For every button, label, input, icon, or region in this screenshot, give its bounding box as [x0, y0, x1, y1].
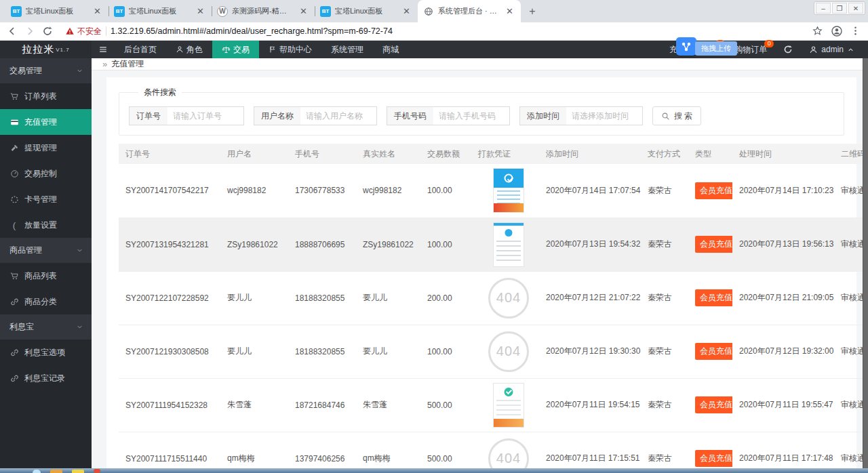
sidebar-item-label: 商品列表	[24, 270, 57, 282]
nav-item-label: 交易	[233, 44, 250, 56]
column-header: 处理时间	[732, 144, 834, 164]
sidebar-group-0[interactable]: 交易管理	[0, 58, 92, 83]
field-input-0[interactable]	[167, 107, 243, 125]
chevron-down-icon	[76, 67, 83, 75]
cell-username: qm梅梅	[220, 432, 288, 473]
sidebar-item-0-2[interactable]: 提现管理	[0, 135, 92, 161]
browser-tab-2[interactable]: W亲测源码网-精品资源站长亲测✕	[212, 0, 315, 22]
browser-tab-3[interactable]: BT宝塔Linux面板✕	[315, 0, 418, 22]
cell-amount: 500.00	[420, 432, 471, 473]
sidebar-item-label: 订单列表	[24, 91, 57, 102]
nav-item-4[interactable]: 系统管理	[321, 41, 373, 58]
field-label: 手机号码	[387, 107, 433, 125]
tab-close-icon[interactable]: ✕	[92, 6, 103, 16]
nav-item-label: 角色	[186, 44, 203, 56]
search-field-group-3: 添加时间	[519, 106, 643, 125]
search-button[interactable]: 搜 索	[652, 106, 701, 125]
field-label: 添加时间	[520, 107, 566, 125]
window-minimize-button[interactable]: –	[816, 3, 831, 14]
browser-tab-1[interactable]: BT宝塔Linux面板✕	[108, 0, 212, 22]
back-icon[interactable]	[7, 26, 18, 37]
profile-avatar-icon[interactable]	[831, 26, 842, 37]
gauge-icon	[9, 169, 19, 178]
cell-type: 会员充值	[688, 378, 732, 432]
window-close-button[interactable]: ✕	[848, 3, 863, 14]
member-recharge-badge: 会员充值	[695, 396, 732, 413]
flag-icon	[269, 45, 277, 54]
payment-proof-thumbnail[interactable]	[493, 168, 524, 213]
table-row-2: SY2007122107228592要儿儿18188320855要儿儿200.0…	[119, 271, 868, 325]
page-scrollbar[interactable]	[863, 58, 868, 469]
field-input-3[interactable]	[566, 107, 642, 125]
new-tab-button[interactable]: +	[524, 3, 541, 20]
table-row-0: SY2007141707542217wcj99818217306778533wc…	[119, 164, 868, 218]
cell-processed-time: 2020年07月11日 19:55:47	[732, 378, 834, 432]
nav-item-5[interactable]: 商城	[373, 41, 408, 58]
nav-item-0[interactable]: 后台首页	[115, 41, 166, 58]
browser-menu-icon[interactable]	[850, 26, 861, 37]
sidebar-item-0-4[interactable]: 卡号管理	[0, 186, 92, 212]
tab-close-icon[interactable]: ✕	[195, 6, 206, 16]
sidebar-item-2-0[interactable]: 利息宝选项	[0, 340, 92, 365]
sidebar-item-1-1[interactable]: 商品分类	[0, 289, 92, 314]
loader-icon	[9, 194, 19, 204]
sidebar-group-label: 利息宝	[9, 321, 34, 333]
admin-user-menu[interactable]: admin	[801, 41, 868, 58]
tab-close-icon[interactable]: ✕	[298, 6, 309, 16]
browser-tab-0[interactable]: BT宝塔Linux面板✕	[5, 0, 108, 22]
hamburger-icon	[98, 45, 108, 54]
field-input-1[interactable]	[300, 107, 376, 125]
payment-proof-thumbnail[interactable]	[493, 383, 524, 428]
sidebar-item-1-0[interactable]: 商品列表	[0, 263, 92, 289]
sidebar-item-2-1[interactable]: 利息宝记录	[0, 365, 92, 391]
baidu-pan-upload-widget[interactable]: 拖拽上传	[676, 37, 737, 56]
payment-proof-thumbnail[interactable]	[493, 222, 524, 267]
bt-panel-favicon: BT	[11, 6, 22, 17]
nav-item-2[interactable]: 交易	[212, 41, 259, 58]
field-label: 订单号	[130, 107, 167, 125]
cell-type: 会员充值	[688, 432, 732, 473]
main-content: » 充值管理 条件搜索 订单号用户名称手机号码添加时间 搜 索	[92, 58, 868, 473]
sidebar-item-0-0[interactable]: 订单列表	[0, 83, 92, 109]
column-header: 手机号	[288, 144, 356, 164]
field-input-2[interactable]	[433, 107, 509, 125]
sidebar-toggle-button[interactable]	[92, 41, 115, 58]
nav-item-3[interactable]: 帮助中心	[259, 41, 321, 58]
bookmark-star-icon[interactable]	[812, 26, 823, 37]
tab-close-icon[interactable]: ✕	[401, 6, 412, 16]
app-logo[interactable]: 拉拉米V1.7	[0, 41, 92, 58]
card-icon	[9, 117, 19, 127]
cell-pay-method: 秦荣古	[641, 325, 688, 378]
cell-amount: 100.00	[420, 325, 471, 378]
member-recharge-badge: 会员充值	[695, 236, 732, 253]
cell-order-id: SY2007131954321281	[119, 218, 220, 271]
column-header: 交易数额	[420, 144, 471, 164]
column-header: 打款凭证	[471, 144, 539, 164]
sidebar-item-0-5[interactable]: (放量设置	[0, 212, 92, 238]
forward-icon[interactable]	[24, 26, 35, 37]
windows-taskbar[interactable]	[0, 468, 868, 473]
notify-label: 购物订单	[734, 44, 767, 56]
sidebar-group-2[interactable]: 利息宝	[0, 314, 92, 340]
sidebar-group-1[interactable]: 商品管理	[0, 238, 92, 263]
sidebar-item-0-3[interactable]: 交易控制	[0, 161, 92, 186]
field-label: 用户名称	[254, 107, 300, 125]
not-secure-warning[interactable]: 不安全	[65, 26, 102, 37]
member-recharge-badge: 会员充值	[695, 450, 732, 467]
refresh-icon	[783, 45, 793, 54]
window-restore-button[interactable]: ❐	[832, 3, 847, 14]
refresh-page-button[interactable]	[775, 41, 801, 58]
browser-tab-4[interactable]: 系统管理后台 · 拉拉米✕	[418, 0, 521, 22]
cell-order-id: SY2007141707542217	[119, 164, 220, 218]
cell-payment-proof: 404	[471, 271, 539, 325]
cell-realname: qm梅梅	[356, 432, 420, 473]
cell-payment-proof	[471, 218, 539, 271]
tab-close-icon[interactable]: ✕	[504, 6, 515, 16]
sidebar-item-0-1[interactable]: 充值管理	[0, 109, 92, 135]
chevron-up-icon	[847, 46, 854, 54]
breadcrumb: » 充值管理	[92, 58, 868, 70]
cell-amount: 100.00	[420, 164, 471, 218]
nav-item-1[interactable]: 角色	[166, 41, 212, 58]
url-address-bar[interactable]: 不安全 1.32.219.65/admin.html#/admin/deal/u…	[60, 24, 806, 39]
reload-icon[interactable]	[42, 26, 53, 37]
